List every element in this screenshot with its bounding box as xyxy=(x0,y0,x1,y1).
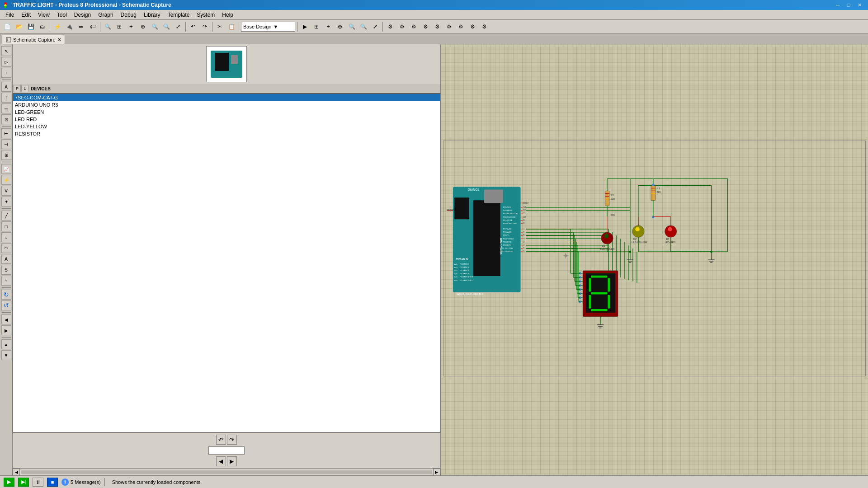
tools7-button[interactable]: ⤢ xyxy=(370,21,381,32)
subt-tool[interactable]: ⊡ xyxy=(1,114,11,124)
port-tool[interactable]: ⊣ xyxy=(1,139,11,149)
prop3-button[interactable]: ⚙ xyxy=(408,21,419,32)
nav-left[interactable]: ◀ xyxy=(1,314,11,324)
prop1-button[interactable]: ⚙ xyxy=(385,21,396,32)
play-button[interactable]: ▶ xyxy=(4,478,14,487)
schematic-tab[interactable]: Schematic Capture ✕ xyxy=(2,35,65,44)
pause-button[interactable]: ⏸ xyxy=(33,478,43,487)
terminal-tool[interactable]: ⊢ xyxy=(1,128,11,138)
design-dropdown[interactable]: Base Design ▼ xyxy=(241,22,295,32)
menu-item-library[interactable]: Library xyxy=(140,10,164,19)
menu-item-help[interactable]: Help xyxy=(218,10,237,19)
scroll-right[interactable]: ▶ xyxy=(433,469,440,476)
prop6-button[interactable]: ⚙ xyxy=(443,21,454,32)
menu-item-template[interactable]: Template xyxy=(164,10,193,19)
rotate-cw[interactable]: ↻ xyxy=(1,290,11,300)
cursor-tool[interactable]: ✦ xyxy=(1,197,11,206)
undo-btn[interactable]: ↶ xyxy=(216,435,226,445)
nav-up[interactable]: ▲ xyxy=(1,339,11,349)
snap-button[interactable]: + xyxy=(126,21,137,32)
scroll-left[interactable]: ◀ xyxy=(13,469,20,476)
tools5-button[interactable]: 🔍 xyxy=(346,21,357,32)
undo-button[interactable]: ↶ xyxy=(188,21,198,32)
schematic-area[interactable]: ARDUINO UNO R3 DUINO1 RESET AREF PB5/SCK… xyxy=(441,44,868,475)
hier-tool[interactable]: ⊞ xyxy=(1,150,11,160)
label-button[interactable]: 🏷 xyxy=(87,21,98,32)
panel-p-button[interactable]: P xyxy=(14,85,21,92)
nav-right[interactable]: ▶ xyxy=(1,325,11,335)
prop9-button[interactable]: ⚙ xyxy=(479,21,490,32)
device-led-red[interactable]: LED-RED xyxy=(13,116,440,123)
graph-tool[interactable]: 📈 xyxy=(1,164,11,174)
symbol-tool[interactable]: S xyxy=(1,265,11,275)
menu-item-edit[interactable]: Edit xyxy=(18,10,34,19)
panel-l-button[interactable]: L xyxy=(21,85,28,92)
junction-tool[interactable]: + xyxy=(1,68,11,78)
menu-item-debug[interactable]: Debug xyxy=(117,10,140,19)
nav-next[interactable]: ▶ xyxy=(227,456,237,466)
save-button[interactable]: 💾 xyxy=(25,21,36,32)
marker-tool[interactable]: + xyxy=(1,276,11,286)
prop7-button[interactable]: ⚙ xyxy=(455,21,466,32)
component-tool[interactable]: ▷ xyxy=(1,57,11,67)
bus-tool[interactable]: ═ xyxy=(1,103,11,113)
cut-button[interactable]: ✂ xyxy=(214,21,225,32)
zoomout-button[interactable]: 🔍 xyxy=(161,21,172,32)
circle-tool[interactable]: ○ xyxy=(1,232,11,242)
device-led-yellow[interactable]: LED-YELLOW xyxy=(13,123,440,130)
device-led-green[interactable]: LED-GREEN xyxy=(13,108,440,116)
volt-tool[interactable]: V xyxy=(1,186,11,196)
menu-item-tool[interactable]: Tool xyxy=(53,10,71,19)
scrollbar[interactable]: ◀ ▶ xyxy=(13,468,440,475)
search-button[interactable]: 🔍 xyxy=(102,21,113,32)
prop5-button[interactable]: ⚙ xyxy=(432,21,443,32)
close-button[interactable]: ✕ xyxy=(854,1,864,9)
save-all-button[interactable]: 🗂 xyxy=(37,21,48,32)
line-tool[interactable]: ╱ xyxy=(1,211,11,221)
tools3-button[interactable]: + xyxy=(323,21,334,32)
menu-item-file[interactable]: File xyxy=(2,10,18,19)
tools6-button[interactable]: 🔍 xyxy=(358,21,369,32)
nav-prev[interactable]: ◀ xyxy=(216,456,226,466)
maximize-button[interactable]: □ xyxy=(844,1,854,9)
stop-button[interactable]: ■ xyxy=(47,478,58,487)
text2-tool[interactable]: A xyxy=(1,254,11,264)
prop2-button[interactable]: ⚙ xyxy=(396,21,407,32)
tools2-button[interactable]: ⊞ xyxy=(311,21,322,32)
menu-item-view[interactable]: View xyxy=(34,10,53,19)
select-tool[interactable]: ↖ xyxy=(1,46,11,56)
new-button[interactable]: 📄 xyxy=(2,21,13,32)
rotate-ccw[interactable]: ↺ xyxy=(1,300,11,310)
search-input[interactable] xyxy=(208,446,245,455)
arc-tool[interactable]: ◠ xyxy=(1,243,11,253)
step-button[interactable]: ▶| xyxy=(18,478,29,487)
text-tool[interactable]: T xyxy=(1,93,11,103)
redo-btn[interactable]: ↷ xyxy=(227,435,237,445)
wire-button[interactable]: 🔌 xyxy=(64,21,75,32)
tab-close-button[interactable]: ✕ xyxy=(57,37,61,42)
bus-button[interactable]: ═ xyxy=(75,21,86,32)
origin-button[interactable]: ⊕ xyxy=(137,21,148,32)
grid-button[interactable]: ⊞ xyxy=(114,21,125,32)
simulate-button[interactable]: ▶ xyxy=(299,21,310,32)
component-button[interactable]: ⚡ xyxy=(52,21,63,32)
open-button[interactable]: 📂 xyxy=(14,21,24,32)
copy-button[interactable]: 📋 xyxy=(226,21,237,32)
zoomall-button[interactable]: ⤢ xyxy=(173,21,184,32)
box-tool[interactable]: □ xyxy=(1,221,11,231)
label-tool[interactable]: A xyxy=(1,82,11,92)
minimize-button[interactable]: ─ xyxy=(833,1,843,9)
redo-button[interactable]: ↷ xyxy=(199,21,210,32)
device-arduino[interactable]: ARDUINO UNO R3 xyxy=(13,101,440,108)
zoomin-button[interactable]: 🔍 xyxy=(149,21,160,32)
menu-item-graph[interactable]: Graph xyxy=(94,10,117,19)
menu-item-design[interactable]: Design xyxy=(71,10,94,19)
tools4-button[interactable]: ⊕ xyxy=(335,21,345,32)
gen-tool[interactable]: ⚡ xyxy=(1,175,11,185)
menu-item-system[interactable]: System xyxy=(193,10,218,19)
nav-down[interactable]: ▼ xyxy=(1,350,11,360)
device-resistor[interactable]: RESISTOR xyxy=(13,130,440,137)
prop8-button[interactable]: ⚙ xyxy=(467,21,478,32)
prop4-button[interactable]: ⚙ xyxy=(420,21,431,32)
device-7seg[interactable]: 7SEG-COM-CAT-G xyxy=(13,94,440,101)
